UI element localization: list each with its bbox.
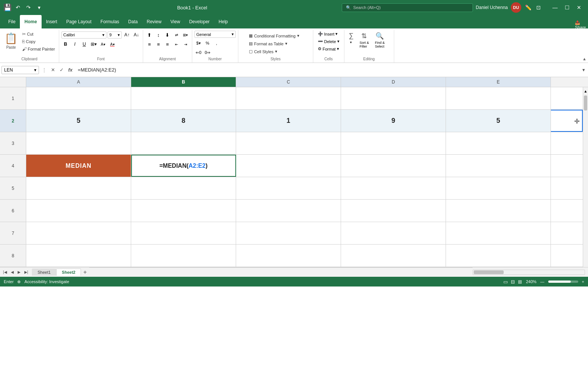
tab-home[interactable]: Home — [20, 15, 41, 28]
cell-a1[interactable] — [26, 87, 131, 109]
increase-font-button[interactable]: A↑ — [123, 31, 131, 39]
wrap-text-button[interactable]: ⇌ — [172, 31, 181, 39]
zoom-in-icon[interactable]: + — [582, 279, 584, 284]
col-header-c[interactable]: C — [236, 77, 341, 87]
redo-icon[interactable]: ↷ — [25, 4, 32, 11]
align-top-button[interactable]: ⬆ — [145, 31, 154, 39]
increase-decimal-button[interactable]: 0⇒ — [203, 48, 212, 57]
number-format-select[interactable]: General ▾ — [195, 31, 236, 38]
merge-button[interactable]: ⊞▾ — [181, 31, 190, 39]
formula-bar-options[interactable]: ⋮ — [40, 67, 48, 73]
page-layout-view-icon[interactable]: ⊟ — [511, 279, 515, 285]
cell-e2[interactable]: 5 — [446, 110, 551, 132]
tab-formulas[interactable]: Formulas — [96, 15, 124, 28]
sheet-tab-sheet1[interactable]: Sheet1 — [32, 269, 56, 276]
cell-d6[interactable] — [341, 200, 446, 222]
tab-view[interactable]: View — [166, 15, 185, 28]
conditional-formatting-button[interactable]: ▦ Conditional Formatting ▾ — [247, 32, 302, 39]
cell-e4[interactable] — [446, 155, 551, 177]
tab-help[interactable]: Help — [214, 15, 232, 28]
cell-d8[interactable] — [341, 245, 446, 267]
cell-e8[interactable] — [446, 245, 551, 267]
minimize-button[interactable]: — — [550, 2, 560, 13]
add-sheet-button[interactable]: + — [81, 269, 89, 276]
fill-color-button[interactable]: A▾ — [99, 40, 107, 48]
cell-e7[interactable] — [446, 222, 551, 244]
confirm-formula-button[interactable]: ✓ — [58, 66, 65, 73]
col-header-e[interactable]: E — [446, 77, 551, 87]
bold-button[interactable]: B — [61, 40, 70, 48]
restore-icon[interactable]: ⊡ — [535, 4, 542, 11]
page-break-view-icon[interactable]: ⊞ — [518, 279, 522, 285]
copy-button[interactable]: ⎘ Copy — [21, 38, 57, 45]
tab-data[interactable]: Data — [124, 15, 142, 28]
decrease-decimal-button[interactable]: ⇐0 — [195, 48, 203, 57]
increase-indent-button[interactable]: ⇥ — [181, 40, 190, 48]
zoom-out-icon[interactable]: — — [540, 279, 545, 284]
format-button[interactable]: ⚙ Format ▾ — [316, 46, 341, 52]
tab-developer[interactable]: Developer — [185, 15, 214, 28]
tab-review[interactable]: Review — [142, 15, 166, 28]
search-bar[interactable]: 🔍 Search (Alt+Q) — [342, 3, 473, 12]
tab-insert[interactable]: Insert — [42, 15, 62, 28]
find-select-button[interactable]: 🔍 Find &Select — [373, 31, 387, 49]
cell-b8[interactable] — [131, 245, 236, 267]
cell-e6[interactable] — [446, 200, 551, 222]
cell-e5[interactable] — [446, 177, 551, 199]
cell-c6[interactable] — [236, 200, 341, 222]
cell-d4[interactable] — [341, 155, 446, 177]
currency-button[interactable]: $▾ — [195, 39, 203, 47]
close-button[interactable]: ✕ — [574, 2, 584, 13]
cell-d3[interactable] — [341, 132, 446, 154]
comma-button[interactable]: , — [212, 39, 221, 47]
italic-button[interactable]: I — [71, 40, 79, 48]
col-header-b[interactable]: B — [131, 77, 236, 87]
save-icon[interactable]: 💾 — [4, 4, 11, 11]
cell-c4[interactable] — [236, 155, 341, 177]
h-scroll-thumb[interactable] — [474, 270, 504, 274]
zoom-slider[interactable] — [548, 281, 578, 283]
decrease-indent-button[interactable]: ⇤ — [172, 40, 181, 48]
pen-icon[interactable]: ✏️ — [524, 4, 532, 11]
cell-d7[interactable] — [341, 222, 446, 244]
normal-view-icon[interactable]: ▭ — [503, 279, 508, 285]
cell-b4[interactable]: =MEDIAN(A2:E2) — [131, 155, 236, 177]
percent-button[interactable]: % — [203, 39, 212, 47]
sheet-nav-last[interactable]: ▶| — [23, 269, 30, 275]
sheet-tab-sheet2[interactable]: Sheet2 — [56, 269, 81, 276]
cut-button[interactable]: ✂ Cut — [21, 31, 57, 37]
delete-button[interactable]: ➖ Delete ▾ — [316, 38, 342, 45]
cell-b5[interactable] — [131, 177, 236, 199]
insert-function-button[interactable]: fx — [67, 66, 74, 73]
sheet-nav-prev[interactable]: ◀ — [9, 269, 15, 275]
cell-e3[interactable] — [446, 132, 551, 154]
row-header-4[interactable]: 4 — [0, 155, 26, 177]
row-header-3[interactable]: 3 — [0, 132, 26, 155]
customize-icon[interactable]: ▾ — [35, 4, 43, 11]
cell-a8[interactable] — [26, 245, 131, 267]
font-name-select[interactable]: Calibri ▾ — [61, 31, 106, 39]
cell-c3[interactable] — [236, 132, 341, 154]
formula-input[interactable]: =MEDIAN(A2:E2) — [76, 66, 579, 74]
cell-b1[interactable] — [131, 87, 236, 109]
collapse-ribbon-button[interactable]: ▲ — [582, 57, 587, 61]
format-painter-button[interactable]: 🖌 Format Painter — [21, 46, 57, 52]
underline-button[interactable]: U — [80, 40, 88, 48]
decrease-font-button[interactable]: A↓ — [132, 31, 141, 39]
row-header-5[interactable]: 5 — [0, 177, 26, 200]
align-center-button[interactable]: ≡ — [154, 40, 163, 48]
name-box[interactable]: LEN ▾ — [1, 66, 39, 74]
cell-c8[interactable] — [236, 245, 341, 267]
vertical-scrollbar[interactable]: ▲ — [583, 87, 588, 267]
border-button[interactable]: ⊞▾ — [90, 40, 98, 48]
font-size-select[interactable]: 9 ▾ — [108, 31, 122, 39]
row-header-8[interactable]: 8 — [0, 245, 26, 267]
cancel-formula-button[interactable]: ✕ — [49, 66, 57, 73]
format-as-table-button[interactable]: ▤ Format as Table ▾ — [247, 40, 290, 47]
cell-d1[interactable] — [341, 87, 446, 109]
align-bottom-button[interactable]: ⬇ — [163, 31, 172, 39]
row-header-1[interactable]: 1 — [0, 87, 26, 110]
cell-e1[interactable] — [446, 87, 551, 109]
corner-cell[interactable] — [0, 77, 26, 87]
cell-b7[interactable] — [131, 222, 236, 244]
